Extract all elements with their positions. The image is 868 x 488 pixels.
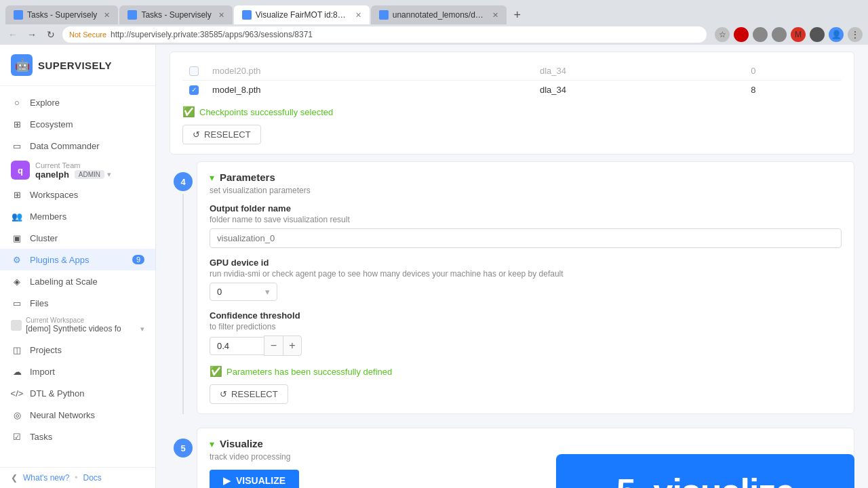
- step4-reselect-button[interactable]: ↺ RESELECT: [210, 384, 288, 404]
- back-button[interactable]: ←: [5, 27, 20, 42]
- sidebar-item-tasks[interactable]: ☑ Tasks: [0, 426, 155, 447]
- sidebar-item-neural-networks[interactable]: ◎ Neural Networks: [0, 404, 155, 426]
- tab-2-close[interactable]: ✕: [218, 11, 224, 20]
- bookmark-icon[interactable]: ☆: [715, 27, 730, 42]
- gmail-icon[interactable]: M: [791, 27, 806, 42]
- docs-link[interactable]: Docs: [83, 473, 102, 483]
- sidebar-logo: 🤖 SUPERVISELY: [0, 45, 155, 86]
- step-5-title: Visualize: [220, 438, 263, 449]
- new-tab-button[interactable]: +: [508, 5, 527, 24]
- main-content: model20.pth dla_34 0 ✓ model_8.pth dla_3…: [156, 45, 868, 488]
- sidebar-item-explore[interactable]: ○ Explore: [0, 92, 155, 113]
- reload-button[interactable]: ↻: [43, 27, 58, 42]
- team-row: q Current Team qanelph ADMIN ▾: [0, 157, 155, 184]
- visualize-button[interactable]: ▶ VISUALIZE: [210, 470, 299, 488]
- confidence-input[interactable]: [210, 337, 264, 355]
- url-bar[interactable]: Not Secure http://supervisely.private:38…: [62, 26, 707, 43]
- confidence-field: Confidence threshold to filter predictio…: [210, 310, 842, 356]
- sidebar-collapse-btn[interactable]: ❮: [11, 473, 18, 483]
- confidence-decrement-button[interactable]: −: [264, 336, 283, 356]
- sidebar-item-import[interactable]: ☁ Import: [0, 361, 155, 382]
- files-label: Files: [30, 298, 48, 308]
- menu-icon[interactable]: ⋮: [848, 27, 863, 42]
- step4-success-icon: ✅: [210, 365, 222, 378]
- grid-icon: ⊞: [11, 118, 23, 130]
- sidebar-item-projects[interactable]: ◫ Projects: [0, 339, 155, 361]
- files-icon: ▭: [11, 297, 23, 309]
- sidebar-item-cluster[interactable]: ▣ Cluster: [0, 227, 155, 249]
- tab-1[interactable]: Tasks - Supervisely ✕: [5, 5, 118, 24]
- plugins-apps-label: Plugins & Apps: [30, 255, 89, 265]
- output-folder-input[interactable]: [210, 228, 842, 248]
- data-commander-label: Data Commander: [30, 141, 100, 151]
- step4-success-msg: ✅ Parameters has been successfully defin…: [210, 365, 842, 378]
- tab-3-close[interactable]: ✕: [355, 11, 361, 20]
- tab-4-label: unannotated_lemons/ds_0 - S...: [393, 10, 486, 20]
- ext-icon-2[interactable]: [753, 27, 768, 42]
- tab-4[interactable]: unannotated_lemons/ds_0 - S... ✕: [371, 5, 507, 24]
- reselect-icon: ↺: [193, 129, 200, 140]
- sidebar-item-files[interactable]: ▭ Files: [0, 292, 155, 314]
- sidebar-item-labeling[interactable]: ◈ Labeling at Scale: [0, 270, 155, 292]
- step-4-title: Parameters: [220, 171, 275, 183]
- sidebar-item-dtl-python[interactable]: </> DTL & Python: [0, 382, 155, 404]
- workspace-name: [demo] Synthetic videos fo: [26, 324, 140, 333]
- model-arch-2: dla_34: [540, 85, 566, 95]
- labeling-label: Labeling at Scale: [30, 277, 98, 287]
- model-arch-1: dla_34: [540, 66, 566, 76]
- profile-icon[interactable]: 👤: [829, 27, 844, 42]
- gpu-device-desc: run nvidia-smi or check agent page to se…: [210, 269, 842, 279]
- browser-chrome: Tasks - Supervisely ✕ Tasks - Supervisel…: [0, 0, 868, 45]
- ext-icon-3[interactable]: [772, 27, 787, 42]
- step3-reselect-button[interactable]: ↺ RESELECT: [182, 125, 261, 144]
- step-4-line: [182, 194, 184, 414]
- whats-new-link[interactable]: What's new?: [23, 473, 69, 483]
- neural-networks-label: Neural Networks: [30, 410, 95, 420]
- row-checkbox-1[interactable]: [189, 66, 199, 76]
- ext-icon-4[interactable]: [810, 27, 825, 42]
- sidebar-item-ecosystem[interactable]: ⊞ Ecosystem: [0, 113, 155, 135]
- step-4-circle: 4: [174, 172, 193, 191]
- play-icon: ▶: [223, 475, 231, 486]
- tab-4-close[interactable]: ✕: [492, 11, 498, 20]
- admin-badge: ADMIN: [75, 170, 104, 179]
- output-folder-field: Output folder name folder name to save v…: [210, 203, 842, 248]
- row-checkbox-2[interactable]: ✓: [189, 85, 199, 95]
- sidebar-nav: ○ Explore ⊞ Ecosystem ▭ Data Commander q…: [0, 86, 155, 467]
- gpu-device-select[interactable]: 0 ▾: [210, 283, 277, 301]
- ext-icon-1[interactable]: [734, 27, 749, 42]
- gpu-device-label: GPU device id: [210, 258, 842, 268]
- model-table: model20.pth dla_34 0 ✓ model_8.pth dla_3…: [182, 62, 842, 99]
- table-row: ✓ model_8.pth dla_34 8: [182, 81, 842, 100]
- sidebar-item-workspaces[interactable]: ⊞ Workspaces: [0, 184, 155, 205]
- compass-icon: ○: [11, 96, 23, 108]
- supervisely-logo-icon: 🤖: [11, 54, 33, 76]
- gpu-device-field: GPU device id run nvidia-smi or check ag…: [210, 258, 842, 301]
- sidebar-item-plugins-apps[interactable]: ⚙ Plugins & Apps 9: [0, 249, 155, 270]
- sidebar-item-members[interactable]: 👥 Members: [0, 205, 155, 227]
- confidence-stepper: − +: [210, 336, 842, 356]
- app: 🤖 SUPERVISELY ○ Explore ⊞ Ecosystem ▭ Da…: [0, 45, 868, 488]
- tab-favicon-4: [379, 10, 389, 20]
- projects-icon: ◫: [11, 344, 23, 356]
- tab-2[interactable]: Tasks - Supervisely ✕: [119, 5, 232, 24]
- plugins-badge: 9: [132, 255, 144, 264]
- step-4-check-icon: ▾: [210, 172, 214, 183]
- tab-favicon-3: [242, 10, 252, 20]
- forward-button[interactable]: →: [24, 27, 39, 42]
- svg-text:🤖: 🤖: [15, 58, 31, 73]
- team-section-label: Current Team: [35, 161, 144, 169]
- url-text: http://supervisely.private:38585/apps/96…: [111, 30, 313, 39]
- step-4-block: 4 ▾ Parameters set visualization paramet…: [170, 161, 854, 414]
- sidebar-item-data-commander[interactable]: ▭ Data Commander: [0, 135, 155, 157]
- confidence-increment-button[interactable]: +: [283, 336, 302, 356]
- top-model-card: model20.pth dla_34 0 ✓ model_8.pth dla_3…: [170, 52, 854, 155]
- cluster-label: Cluster: [30, 233, 58, 243]
- tab-3[interactable]: Visualize FairMOT id:8371 star... ✕: [234, 5, 370, 24]
- team-name: qanelph: [35, 169, 69, 180]
- tab-1-close[interactable]: ✕: [104, 11, 110, 20]
- model-name-2: model_8.pth: [212, 85, 261, 95]
- step-4-subtitle: set visualization parameters: [210, 186, 842, 195]
- gpu-device-chevron-icon: ▾: [265, 287, 270, 297]
- overlay-text: 5. visualize: [616, 471, 795, 488]
